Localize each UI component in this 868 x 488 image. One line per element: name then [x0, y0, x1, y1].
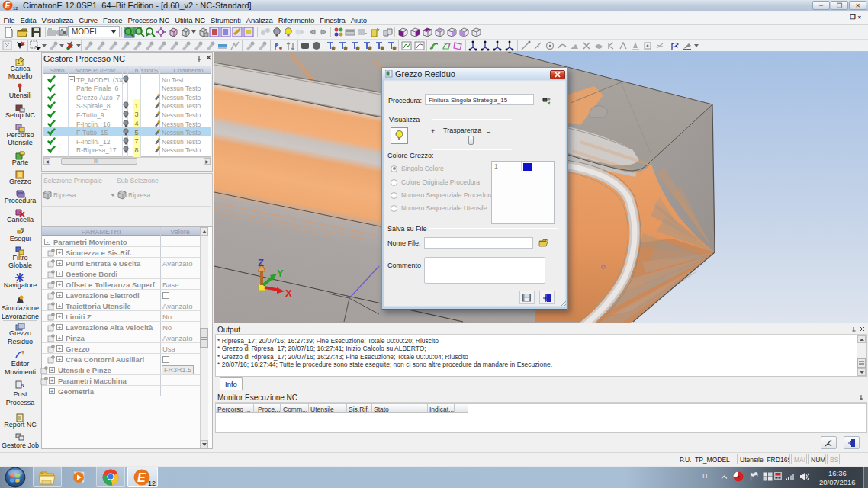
svg-text:E: E: [5, 2, 11, 10]
svg-text:12: 12: [13, 6, 18, 11]
svg-text:X: X: [285, 287, 292, 299]
svg-text:Z: Z: [258, 257, 264, 268]
svg-text:Y: Y: [277, 268, 284, 279]
svg-text:E: E: [137, 471, 146, 484]
svg-text:12: 12: [148, 480, 156, 486]
